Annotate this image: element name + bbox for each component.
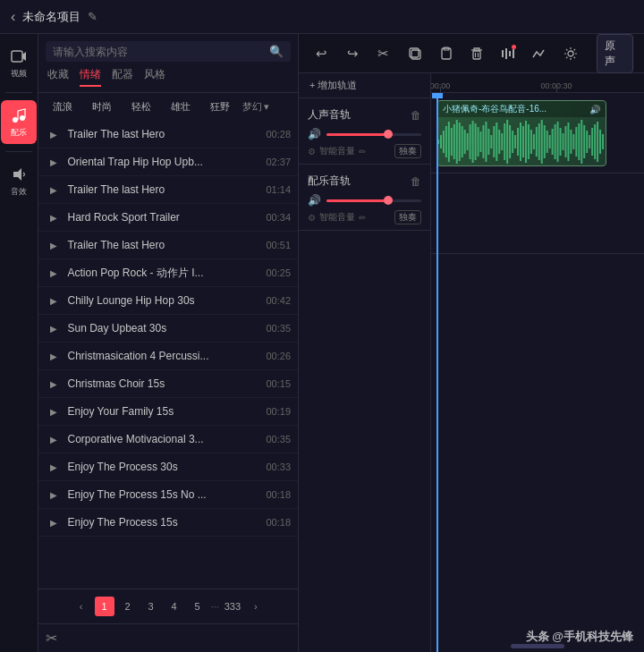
- vocal-track-name: 人声音轨: [308, 107, 351, 123]
- track-item[interactable]: ▶ Trailer The last Hero 01:14: [38, 176, 298, 204]
- volume-button[interactable]: [496, 41, 521, 66]
- sidebar: 视频 配乐 音效: [0, 34, 38, 652]
- track-item[interactable]: ▶ Enjoy The Process 15s No ... 00:18: [38, 481, 298, 509]
- svg-rect-11: [502, 50, 504, 57]
- track-play-button[interactable]: ▶: [46, 376, 62, 392]
- delete-button[interactable]: [465, 41, 489, 66]
- svg-rect-53: [536, 127, 538, 157]
- track-item[interactable]: ▶ Enjoy The Process 15s 00:18: [38, 509, 298, 537]
- filter-wild[interactable]: 狂野: [203, 98, 237, 115]
- svg-rect-44: [512, 131, 513, 153]
- back-button[interactable]: ‹: [11, 9, 15, 25]
- settings-button[interactable]: [558, 41, 582, 66]
- music-smart-icon: ⚙: [308, 213, 316, 223]
- track-play-button[interactable]: ▶: [46, 209, 62, 225]
- track-item[interactable]: ▶ Action Pop Rock - 动作片 I... 00:25: [38, 259, 298, 287]
- track-play-button[interactable]: ▶: [46, 514, 62, 530]
- svg-rect-23: [456, 120, 458, 164]
- track-play-button[interactable]: ▶: [46, 154, 62, 170]
- filter-fashion[interactable]: 时尚: [85, 98, 119, 115]
- music-solo-button[interactable]: 独奏: [394, 210, 421, 224]
- page-prev[interactable]: ‹: [72, 597, 91, 616]
- vocal-volume-slider[interactable]: [326, 133, 421, 136]
- filter-pop[interactable]: 流浪: [46, 98, 80, 115]
- sidebar-item-sfx[interactable]: 音效: [1, 159, 37, 203]
- track-play-button[interactable]: ▶: [46, 320, 62, 336]
- track-item[interactable]: ▶ Trailer The last Hero 00:28: [38, 121, 298, 148]
- svg-rect-37: [493, 126, 495, 157]
- filter-light[interactable]: 轻松: [124, 98, 158, 115]
- sidebar-item-music[interactable]: 配乐: [1, 100, 37, 144]
- page-3[interactable]: 3: [141, 597, 161, 616]
- tab-mood[interactable]: 情绪: [80, 67, 101, 87]
- vocal-solo-button[interactable]: 独奏: [394, 144, 421, 158]
- svg-rect-74: [591, 128, 593, 156]
- svg-rect-32: [479, 131, 481, 152]
- vocal-track-header: 人声音轨 🗑 🔊 ⚙ 智能音量 ✏ 独奏: [299, 98, 430, 165]
- vocal-audio-clip[interactable]: 小猪佩奇-布谷鸟配音-16... 🔊: [436, 100, 606, 166]
- track-play-button[interactable]: ▶: [46, 459, 62, 475]
- cut-button[interactable]: ✂: [372, 41, 396, 66]
- music-track-delete[interactable]: 🗑: [411, 175, 421, 188]
- track-play-button[interactable]: ▶: [46, 265, 62, 281]
- track-name: Corporative Motivacional 3...: [67, 433, 260, 445]
- track-play-button[interactable]: ▶: [46, 182, 62, 198]
- vocal-track-delete[interactable]: 🗑: [411, 109, 421, 122]
- svg-point-2: [20, 115, 25, 121]
- music-icon: [9, 106, 29, 125]
- track-item[interactable]: ▶ Corporative Motivacional 3... 00:35: [38, 426, 298, 453]
- track-play-button[interactable]: ▶: [46, 292, 62, 309]
- time-ruler: 00:00 00:00:30 00:01:00: [431, 73, 644, 93]
- track-item[interactable]: ▶ Hard Rock Sport Trailer 00:34: [38, 204, 298, 232]
- voice-button[interactable]: 原声: [597, 34, 633, 73]
- track-item[interactable]: ▶ Sun Day Upbeat 30s 00:35: [38, 315, 298, 343]
- track-item[interactable]: ▶ Christmasication 4 Percussi... 00:26: [38, 343, 298, 370]
- svg-rect-71: [583, 125, 585, 158]
- topbar: ‹ 未命名项目 ✎: [0, 0, 644, 34]
- music-smart-edit[interactable]: ✏: [359, 213, 366, 223]
- search-input[interactable]: [53, 46, 264, 58]
- track-play-button[interactable]: ▶: [46, 126, 62, 142]
- track-item[interactable]: ▶ Oriental Trap Hip Hop Upb... 02:37: [38, 148, 298, 176]
- svg-rect-50: [528, 124, 530, 159]
- track-item[interactable]: ▶ Enjoy The Process 30s 00:33: [38, 453, 298, 481]
- edit-title-icon[interactable]: ✎: [88, 10, 97, 23]
- svg-rect-28: [470, 124, 471, 159]
- track-item[interactable]: ▶ Christmas Choir 15s 00:15: [38, 370, 298, 398]
- track-headers: + 增加轨道 人声音轨 🗑 🔊: [299, 73, 431, 652]
- track-play-button[interactable]: ▶: [46, 487, 62, 503]
- page-4[interactable]: 4: [165, 597, 184, 616]
- page-2[interactable]: 2: [118, 597, 138, 616]
- copy-button[interactable]: [402, 41, 427, 66]
- track-play-button[interactable]: ▶: [46, 431, 62, 447]
- filter-cute[interactable]: 雄壮: [164, 98, 198, 115]
- vocal-smart-edit[interactable]: ✏: [359, 147, 366, 157]
- track-play-button[interactable]: ▶: [46, 348, 62, 364]
- track-item[interactable]: ▶ Chilly Lounge Hip Hop 30s 00:42: [38, 287, 298, 315]
- track-duration: 02:37: [266, 157, 291, 167]
- sidebar-item-video[interactable]: 视频: [1, 41, 37, 85]
- tab-instrument[interactable]: 配器: [112, 67, 133, 87]
- chart-button[interactable]: [527, 41, 551, 66]
- page-1[interactable]: 1: [95, 597, 114, 616]
- svg-rect-33: [482, 125, 484, 158]
- filter-more[interactable]: 梦幻 ▾: [242, 100, 269, 114]
- track-item[interactable]: ▶ Enjoy Your Family 15s 00:19: [38, 398, 298, 426]
- paste-button[interactable]: [434, 41, 458, 66]
- track-play-button[interactable]: ▶: [46, 403, 62, 419]
- page-333[interactable]: 333: [223, 597, 242, 616]
- page-next[interactable]: ›: [246, 597, 266, 616]
- tab-style[interactable]: 风格: [144, 67, 165, 87]
- scissors-icon[interactable]: ✂: [46, 630, 57, 647]
- tab-favorites[interactable]: 收藏: [47, 67, 69, 87]
- undo-button[interactable]: ↩: [309, 41, 334, 66]
- music-volume-slider[interactable]: [326, 199, 421, 202]
- page-5[interactable]: 5: [188, 597, 208, 616]
- redo-button[interactable]: ↪: [341, 41, 365, 66]
- track-item[interactable]: ▶ Trailer The last Hero 00:51: [38, 232, 298, 259]
- track-play-button[interactable]: ▶: [46, 237, 62, 253]
- track-name: Enjoy The Process 15s No ...: [67, 488, 260, 501]
- music-track-lane: [431, 174, 644, 254]
- add-track-button[interactable]: + 增加轨道: [299, 73, 430, 98]
- track-duration: 00:26: [266, 351, 291, 361]
